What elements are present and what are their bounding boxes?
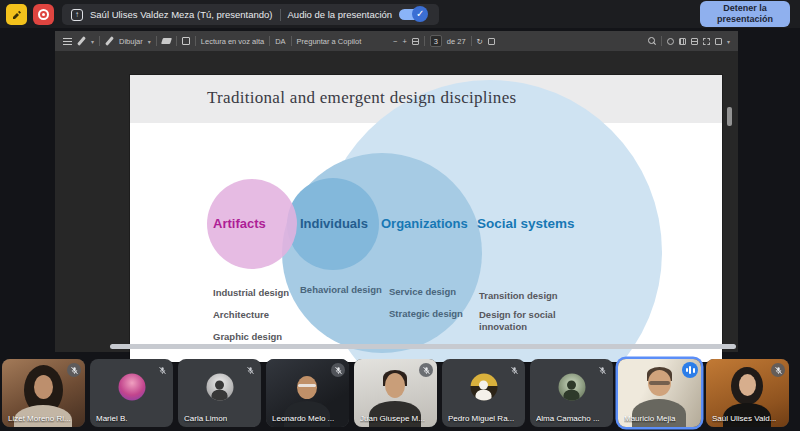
participant-tile-speaking[interactable]: Mauricio Mejia — [618, 359, 701, 427]
avatar — [470, 374, 497, 401]
discipline-item: Strategic design — [389, 308, 463, 319]
participant-tile[interactable]: Lizet Moreno Ri... — [2, 359, 85, 427]
page-number-input[interactable]: 3 — [430, 35, 442, 47]
toolbar-divider — [424, 36, 425, 46]
participant-tile[interactable]: Carla Limon — [178, 359, 261, 427]
presenter-top-bar: ↑ Saúl Ulises Valdez Meza (Tú, presentan… — [0, 0, 800, 28]
presentation-audio-toggle[interactable]: ✓ — [399, 9, 424, 20]
eraser-icon[interactable] — [161, 38, 172, 44]
pen-tool-icon[interactable] — [77, 37, 86, 46]
mic-off-icon — [771, 363, 785, 377]
fullscreen-icon[interactable] — [715, 38, 722, 45]
avatar — [118, 374, 145, 401]
participant-name: Mariel B. — [96, 414, 128, 423]
venn-label-social-systems: Social systems — [477, 216, 575, 231]
page-view-icon[interactable] — [488, 38, 495, 45]
venn-label-individuals: Individuals — [300, 216, 368, 231]
participant-name: Mauricio Mejia — [624, 414, 676, 423]
slide-title: Traditional and emergent design discipli… — [207, 88, 516, 108]
mic-off-icon — [331, 363, 345, 377]
draw-icon — [105, 37, 114, 46]
discipline-item: Industrial design — [213, 287, 289, 298]
toolbar-divider — [195, 36, 196, 46]
participant-tile[interactable]: Pedro Miguel Ra... — [442, 359, 525, 427]
table-of-contents-icon[interactable] — [63, 38, 72, 45]
presenter-pill: ↑ Saúl Ulises Valdez Meza (Tú, presentan… — [62, 4, 439, 25]
mic-off-icon — [67, 363, 81, 377]
discipline-item: Design for social innovation — [479, 309, 561, 333]
page-total-label: de 27 — [447, 37, 466, 46]
comments-icon[interactable] — [667, 38, 674, 45]
fit-page-icon[interactable] — [412, 38, 419, 45]
toolbar-divider — [661, 36, 662, 46]
presenter-name: Saúl Ulises Valdez Meza (Tú, presentando… — [90, 9, 273, 20]
da-button[interactable]: DA — [275, 37, 285, 46]
chevron-down-icon[interactable]: ▾ — [91, 38, 94, 45]
participant-name: Pedro Miguel Ra... — [448, 414, 514, 423]
slide-page: Traditional and emergent design discipli… — [130, 75, 722, 362]
discipline-item: Architecture — [213, 309, 269, 320]
toggle-check-icon: ✓ — [412, 6, 428, 22]
mic-off-icon — [507, 363, 521, 377]
chevron-down-icon[interactable]: ▾ — [148, 38, 151, 45]
participant-tile[interactable]: Juan Giusepe M... — [354, 359, 437, 427]
venn-label-organizations: Organizations — [381, 216, 468, 231]
mic-off-icon — [243, 363, 257, 377]
mic-off-icon — [419, 363, 433, 377]
scribble-extension-icon[interactable] — [6, 4, 27, 25]
shared-screen-pdf-viewer: ▾ Dibujar ▾ Lectura en voz alta DA Pregu… — [55, 31, 738, 352]
toolbar-divider — [176, 36, 177, 46]
read-aloud-button[interactable]: Lectura en voz alta — [201, 37, 264, 46]
mic-off-icon — [155, 363, 169, 377]
participant-tile[interactable]: Saúl Ulises Vald... — [706, 359, 789, 427]
print-icon[interactable] — [703, 38, 710, 45]
participant-tile[interactable]: Leonardo Melo ... — [266, 359, 349, 427]
search-icon[interactable] — [648, 37, 656, 45]
toolbar-divider — [471, 36, 472, 46]
participant-name: Saúl Ulises Vald... — [712, 414, 776, 423]
avatar — [206, 374, 233, 401]
toolbar-divider — [269, 36, 270, 46]
participant-tile[interactable]: Mariel B. — [90, 359, 173, 427]
record-icon — [38, 9, 49, 20]
pdf-toolbar: ▾ Dibujar ▾ Lectura en voz alta DA Pregu… — [55, 31, 738, 51]
participant-name: Carla Limon — [184, 414, 227, 423]
discipline-item: Service design — [389, 286, 456, 297]
speaking-indicator-icon — [682, 362, 698, 378]
venn-label-artifacts: Artifacts — [213, 216, 266, 231]
vertical-scrollbar-thumb[interactable] — [727, 107, 732, 126]
ask-copilot-button[interactable]: Preguntar a Copilot — [297, 37, 362, 46]
present-screen-icon: ↑ — [71, 9, 83, 21]
mic-off-icon — [595, 363, 609, 377]
grid-view-icon[interactable] — [679, 38, 686, 45]
participant-tile[interactable]: Alma Camacho ... — [530, 359, 613, 427]
participant-name: Juan Giusepe M... — [360, 414, 425, 423]
record-button[interactable] — [33, 4, 54, 25]
rotate-icon[interactable]: ↻ — [477, 37, 483, 46]
participant-name: Alma Camacho ... — [536, 414, 600, 423]
pill-divider — [280, 9, 281, 21]
draw-button[interactable]: Dibujar — [119, 37, 143, 46]
stop-presentation-button[interactable]: Detener la presentación — [700, 1, 790, 27]
participant-name: Leonardo Melo ... — [272, 414, 334, 423]
discipline-item: Behavioral design — [300, 284, 382, 295]
avatar — [558, 374, 585, 401]
settings-caret-icon[interactable]: ▾ — [727, 38, 730, 45]
zoom-in-button[interactable]: + — [402, 37, 406, 46]
discipline-item: Graphic design — [213, 331, 282, 342]
participant-name: Lizet Moreno Ri... — [8, 414, 71, 423]
zoom-out-button[interactable]: − — [393, 37, 397, 46]
select-tool-icon[interactable] — [182, 37, 190, 45]
horizontal-scrollbar[interactable] — [110, 344, 736, 349]
toolbar-divider — [156, 36, 157, 46]
pdf-canvas: Traditional and emergent design discipli… — [55, 51, 738, 352]
toolbar-divider — [291, 36, 292, 46]
save-icon[interactable] — [691, 38, 698, 45]
presentation-audio-label: Audio de la presentación — [288, 9, 393, 20]
toolbar-divider — [99, 36, 100, 46]
pen-annotate-icon — [11, 9, 23, 21]
discipline-item: Transition design — [479, 290, 558, 301]
